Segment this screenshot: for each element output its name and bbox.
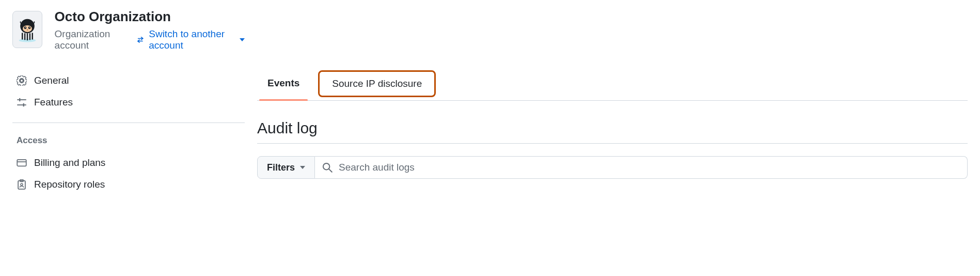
sidebar-item-label: Billing and plans <box>34 157 105 168</box>
svg-rect-12 <box>17 159 26 166</box>
svg-point-7 <box>27 29 28 30</box>
svg-point-2 <box>23 25 32 32</box>
svg-point-5 <box>25 27 26 28</box>
sidebar-item-general[interactable]: General <box>12 70 245 91</box>
sidebar-item-label: Features <box>34 97 73 108</box>
sliders-icon <box>17 97 27 108</box>
switch-account-link[interactable]: Switch to another account <box>137 28 245 51</box>
tab-label: Source IP disclosure <box>332 78 422 89</box>
tab-label: Events <box>267 78 299 88</box>
caret-down-icon <box>300 166 305 169</box>
main-content: Events Source IP disclosure Audit log Fi… <box>257 8 968 195</box>
arrow-switch-icon <box>137 35 144 44</box>
tab-source-ip-disclosure[interactable]: Source IP disclosure <box>318 70 436 97</box>
sidebar-nav-access: Billing and plans Repository roles <box>12 152 245 195</box>
search-input[interactable] <box>339 157 960 178</box>
tab-bar: Events Source IP disclosure <box>257 70 968 101</box>
search-wrap[interactable] <box>315 156 968 179</box>
sidebar-item-label: General <box>34 75 69 86</box>
svg-point-6 <box>29 27 30 28</box>
filters-button[interactable]: Filters <box>257 156 315 179</box>
search-icon <box>322 162 333 173</box>
filters-label: Filters <box>267 162 295 173</box>
page-title: Audit log <box>257 119 968 144</box>
sidebar-nav-primary: General Features <box>12 70 245 113</box>
sidebar-item-label: Repository roles <box>34 179 105 190</box>
sidebar-section-heading: Access <box>12 132 245 152</box>
svg-point-16 <box>21 183 23 186</box>
clipboard-person-icon <box>17 179 27 190</box>
sidebar-item-features[interactable]: Features <box>12 91 245 113</box>
credit-card-icon <box>17 158 27 168</box>
search-row: Filters <box>257 156 968 179</box>
org-subtitle: Organization account <box>55 28 128 51</box>
sidebar-item-billing[interactable]: Billing and plans <box>12 152 245 174</box>
tab-events[interactable]: Events <box>257 70 310 100</box>
switch-account-label: Switch to another account <box>149 28 234 51</box>
org-header: Octo Organization Organization account S… <box>12 8 245 51</box>
octocat-icon <box>14 16 41 43</box>
caret-down-icon <box>240 38 245 41</box>
org-subtitle-row: Organization account Switch to another a… <box>55 28 245 51</box>
sidebar-divider <box>12 122 245 123</box>
avatar[interactable] <box>12 11 42 48</box>
sidebar-item-repo-roles[interactable]: Repository roles <box>12 174 245 195</box>
sidebar: Octo Organization Organization account S… <box>12 8 245 195</box>
gear-icon <box>17 75 27 86</box>
svg-line-18 <box>329 169 332 172</box>
org-title: Octo Organization <box>55 8 245 25</box>
